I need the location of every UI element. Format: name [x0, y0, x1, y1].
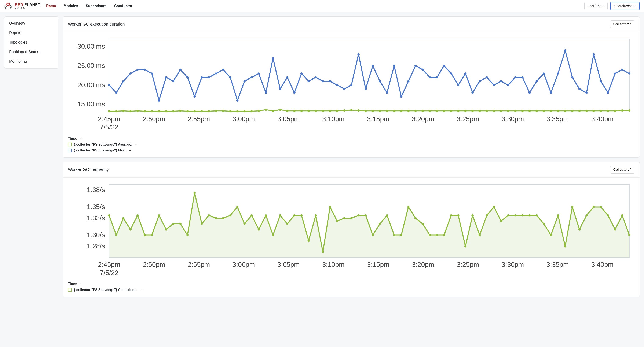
nav-supervisors[interactable]: Supervisors — [86, 4, 106, 8]
svg-point-65 — [414, 65, 417, 67]
svg-point-36 — [208, 76, 210, 78]
swatch-blue-icon — [68, 148, 72, 152]
svg-point-22 — [108, 84, 110, 86]
svg-point-254 — [571, 206, 574, 208]
svg-point-79 — [514, 76, 516, 78]
svg-point-164 — [592, 110, 595, 112]
svg-point-257 — [592, 206, 595, 208]
swatch-green-icon — [68, 142, 72, 146]
svg-point-92 — [607, 92, 609, 94]
svg-point-198 — [172, 222, 174, 225]
svg-point-24 — [122, 80, 124, 82]
svg-point-85 — [557, 72, 559, 75]
svg-point-137 — [400, 110, 402, 112]
svg-point-225 — [364, 214, 367, 216]
svg-text:3:25pm: 3:25pm — [457, 115, 479, 123]
svg-point-98 — [122, 110, 124, 112]
svg-point-125 — [314, 110, 317, 112]
svg-point-67 — [429, 76, 431, 78]
svg-point-161 — [571, 110, 574, 112]
svg-point-88 — [578, 88, 581, 90]
legend-collections[interactable]: {:collector "PS Scavenge"} Collections: … — [68, 288, 634, 292]
svg-point-76 — [493, 84, 495, 86]
sidebar-item-pstates[interactable]: Partitioned States — [4, 47, 58, 57]
svg-text:3:15pm: 3:15pm — [367, 115, 389, 123]
svg-point-2 — [8, 4, 8, 4]
svg-text:3:15pm: 3:15pm — [367, 261, 389, 268]
svg-point-49 — [300, 72, 303, 75]
svg-text:2:45pm: 2:45pm — [98, 261, 120, 268]
autorefresh-button[interactable]: autorefresh: on — [610, 2, 640, 10]
svg-point-87 — [571, 76, 574, 78]
sidebar-item-topologies[interactable]: Topologies — [4, 38, 58, 47]
svg-text:2:55pm: 2:55pm — [188, 261, 210, 268]
svg-point-142 — [436, 110, 438, 112]
svg-text:7/5/22: 7/5/22 — [100, 269, 118, 276]
svg-point-157 — [543, 110, 545, 112]
svg-point-138 — [407, 110, 410, 112]
svg-point-243 — [493, 206, 495, 208]
svg-point-81 — [528, 92, 531, 94]
svg-point-119 — [272, 110, 274, 112]
svg-text:3:00pm: 3:00pm — [232, 115, 255, 123]
svg-point-96 — [108, 110, 110, 112]
svg-point-233 — [422, 222, 424, 225]
collector-filter-button[interactable]: Collector: * — [610, 20, 634, 28]
svg-point-110 — [208, 110, 210, 112]
svg-point-53 — [329, 80, 331, 82]
svg-text:2:45pm: 2:45pm — [98, 115, 120, 123]
legend-time: Time: -- — [68, 137, 634, 140]
svg-point-197 — [165, 228, 167, 231]
collector-filter-button[interactable]: Collector: * — [610, 166, 634, 174]
svg-point-167 — [614, 110, 616, 112]
sidebar-item-depots[interactable]: Depots — [4, 28, 58, 38]
svg-point-256 — [586, 214, 588, 216]
svg-point-28 — [151, 72, 153, 75]
main-nav: Rama Modules Supervisors Conductor — [46, 4, 132, 8]
svg-point-123 — [300, 110, 303, 112]
svg-point-147 — [471, 110, 474, 112]
legend-max[interactable]: {:collector "PS Scavenge"} Max: -- — [68, 148, 634, 152]
svg-point-106 — [179, 110, 182, 112]
svg-point-51 — [314, 76, 317, 78]
svg-text:2:50pm: 2:50pm — [143, 115, 165, 123]
svg-point-127 — [329, 110, 331, 112]
svg-point-118 — [265, 108, 267, 111]
nav-conductor[interactable]: Conductor — [114, 4, 132, 8]
svg-point-159 — [557, 110, 559, 112]
svg-text:1.33/s: 1.33/s — [87, 214, 105, 222]
svg-point-253 — [564, 245, 566, 247]
svg-point-134 — [379, 110, 381, 112]
svg-point-152 — [507, 110, 510, 112]
svg-point-224 — [357, 214, 360, 216]
svg-point-108 — [194, 110, 196, 112]
svg-point-162 — [578, 110, 581, 112]
svg-point-160 — [564, 110, 566, 112]
svg-point-57 — [357, 53, 360, 56]
sidebar-item-monitoring[interactable]: Monitoring — [4, 57, 58, 66]
svg-point-52 — [322, 80, 324, 82]
svg-point-246 — [514, 214, 516, 216]
svg-point-112 — [222, 110, 224, 112]
svg-point-203 — [208, 214, 210, 216]
svg-point-215 — [293, 214, 296, 216]
svg-point-116 — [250, 110, 253, 112]
sidebar-item-overview[interactable]: Overview — [4, 18, 58, 28]
svg-point-241 — [478, 234, 481, 236]
svg-point-196 — [158, 214, 160, 216]
svg-point-143 — [443, 110, 445, 112]
svg-point-149 — [486, 110, 488, 112]
gc-duration-chart[interactable]: 15.00 ms20.00 ms25.00 ms30.00 ms2:45pm7/… — [68, 36, 634, 134]
nav-modules[interactable]: Modules — [64, 4, 78, 8]
svg-point-247 — [521, 214, 524, 216]
svg-point-83 — [543, 72, 545, 75]
svg-point-250 — [543, 222, 545, 225]
svg-point-3 — [8, 4, 9, 4]
gc-frequency-chart[interactable]: 1.28/s1.30/s1.33/s1.35/s1.38/s2:45pm7/5/… — [68, 181, 634, 279]
legend-avg[interactable]: {:collector "PS Scavenge"} Average: -- — [68, 142, 634, 146]
nav-rama[interactable]: Rama — [46, 4, 56, 8]
svg-point-39 — [229, 76, 232, 78]
svg-text:15.00 ms: 15.00 ms — [78, 100, 105, 108]
svg-point-30 — [165, 76, 167, 78]
timerange-button[interactable]: Last 1 hour — [584, 2, 608, 10]
